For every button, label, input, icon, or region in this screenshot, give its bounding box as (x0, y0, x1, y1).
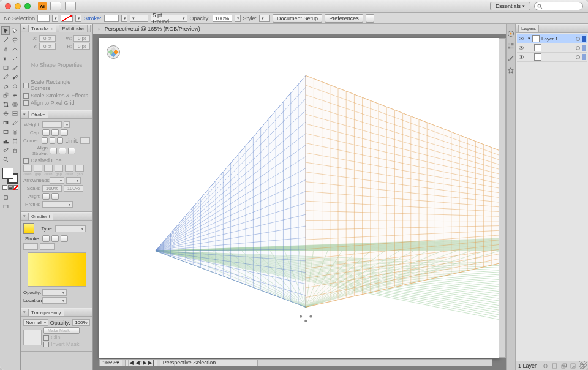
screen-mode[interactable] (1, 202, 10, 211)
graphic-style[interactable] (259, 15, 270, 22)
tool-width[interactable] (10, 91, 19, 99)
scale-strokes-checkbox[interactable] (23, 93, 29, 99)
tool-pen[interactable] (1, 45, 10, 53)
scale-corners-checkbox[interactable] (23, 83, 29, 88)
close-tab-button[interactable]: × (98, 26, 101, 32)
cap-round[interactable] (51, 129, 59, 136)
gradient-mode-button[interactable] (8, 185, 13, 190)
tool-magic-wand[interactable] (1, 36, 10, 44)
stroke-weight-dd[interactable] (64, 121, 70, 128)
layer-row[interactable]: ▾ Layer 1 (517, 34, 587, 43)
tool-column-graph[interactable] (1, 137, 10, 145)
tool-eraser[interactable] (1, 81, 10, 90)
tool-free-transform[interactable] (1, 100, 10, 108)
tool-hand[interactable] (10, 146, 19, 154)
visibility-toggle[interactable] (518, 54, 524, 60)
join-bevel[interactable] (57, 137, 63, 144)
color-panel-icon[interactable] (507, 30, 514, 37)
transform-panel-header[interactable]: ▸ Transform Pathfinder Align (21, 24, 92, 32)
plane-switcher-widget[interactable] (107, 45, 120, 59)
visibility-toggle[interactable] (518, 45, 524, 51)
make-mask-button[interactable]: Make Mask (43, 327, 80, 334)
align-center[interactable] (50, 148, 57, 154)
stroke-weight-dropdown[interactable] (121, 15, 127, 22)
fill-dropdown[interactable] (52, 15, 58, 22)
stroke-weight[interactable] (42, 121, 62, 128)
tool-mesh[interactable] (10, 109, 19, 118)
new-sublayer-icon[interactable] (560, 363, 567, 369)
tool-curvature[interactable] (10, 45, 19, 53)
screen-mode-button[interactable] (65, 2, 76, 10)
stroke-swatch[interactable] (61, 15, 73, 22)
tool-slice[interactable] (1, 146, 10, 154)
brushes-panel-icon[interactable] (507, 55, 514, 62)
vertical-scrollbar[interactable] (499, 38, 506, 358)
tool-shape-builder[interactable] (10, 100, 19, 108)
close-window-button[interactable] (5, 3, 11, 9)
color-mode-button[interactable] (2, 185, 7, 190)
tool-type[interactable]: T (1, 54, 10, 62)
align-outside[interactable] (68, 148, 75, 154)
tool-artboard[interactable] (10, 137, 19, 145)
gradient-type-dd[interactable] (55, 225, 86, 232)
cap-projecting[interactable] (61, 129, 68, 136)
transparency-panel-header[interactable]: ▾Transparency (21, 308, 92, 317)
zoom-level[interactable]: 165% ▾ (99, 359, 123, 366)
arrow-end[interactable] (66, 177, 81, 184)
canvas[interactable]: 165% ▾ |◀ ◀ 1 ▶ ▶| Perspective Selection (93, 34, 506, 370)
tool-print-tiling[interactable] (10, 155, 19, 164)
gradient-preview[interactable] (28, 252, 86, 287)
tool-blend[interactable] (1, 127, 10, 136)
none-mode-button[interactable] (13, 185, 18, 190)
tool-rotate[interactable] (10, 81, 19, 90)
fill-stroke-indicator[interactable] (2, 168, 18, 184)
tool-direct-selection[interactable] (10, 26, 19, 35)
tool-eyedropper[interactable] (10, 118, 19, 127)
opacity-dropdown[interactable] (235, 15, 241, 22)
var-width-profile[interactable] (130, 15, 148, 22)
fill-swatch[interactable] (37, 15, 50, 22)
join-round[interactable] (50, 137, 56, 144)
search-input[interactable] (534, 2, 583, 10)
target-icon[interactable] (576, 37, 580, 41)
tool-perspective-grid[interactable] (1, 109, 10, 118)
make-clipping-mask-icon[interactable] (551, 363, 558, 369)
pathfinder-tab[interactable]: Pathfinder (59, 25, 87, 32)
target-icon[interactable] (576, 46, 580, 50)
opacity-input[interactable]: 100% (213, 15, 232, 22)
layer-row[interactable] (517, 53, 587, 62)
stroke-panel-link[interactable]: Stroke: (84, 15, 102, 21)
join-miter[interactable] (42, 137, 48, 144)
layers-panel-header[interactable]: Layers (516, 24, 588, 32)
stroke-profile-dd[interactable] (42, 201, 73, 208)
layer-row[interactable] (517, 43, 587, 53)
tool-gradient[interactable] (1, 118, 10, 127)
tool-scale[interactable] (1, 91, 10, 99)
current-tool-status[interactable]: Perspective Selection (160, 359, 258, 366)
tool-pencil[interactable] (1, 72, 10, 81)
tool-zoom[interactable] (1, 155, 10, 164)
target-icon[interactable] (576, 55, 580, 59)
gradient-swatch[interactable] (23, 223, 34, 234)
draw-mode-behind[interactable] (10, 193, 19, 202)
fill-indicator[interactable] (2, 168, 13, 179)
align-pixel-checkbox[interactable] (23, 100, 29, 106)
transform-tab[interactable]: Transform (28, 25, 56, 32)
arrange-documents-button[interactable] (50, 2, 61, 10)
new-layer-icon[interactable] (570, 363, 576, 369)
gradient-panel-header[interactable]: ▾Gradient (21, 212, 92, 221)
tool-selection[interactable] (1, 26, 10, 35)
locate-object-icon[interactable] (542, 363, 549, 369)
arrow-start[interactable] (50, 177, 64, 184)
blend-mode-dd[interactable]: Normal (23, 319, 48, 326)
artboard-nav[interactable]: |◀ ◀ 1 ▶ ▶| (125, 359, 157, 366)
stroke-dropdown[interactable] (75, 15, 81, 22)
minimize-window-button[interactable] (15, 3, 21, 9)
tool-rectangle[interactable] (1, 63, 10, 72)
brush-definition[interactable]: 5 pt. Round (151, 15, 187, 22)
draw-mode-normal[interactable] (1, 193, 10, 202)
stroke-weight-input[interactable] (104, 15, 119, 22)
document-tab-label[interactable]: Perspective.ai @ 165% (RGB/Preview) (105, 26, 200, 32)
workspace-switcher[interactable]: Essentials ▾ (490, 2, 530, 10)
stroke-panel-header[interactable]: ▾Stroke (21, 110, 92, 119)
